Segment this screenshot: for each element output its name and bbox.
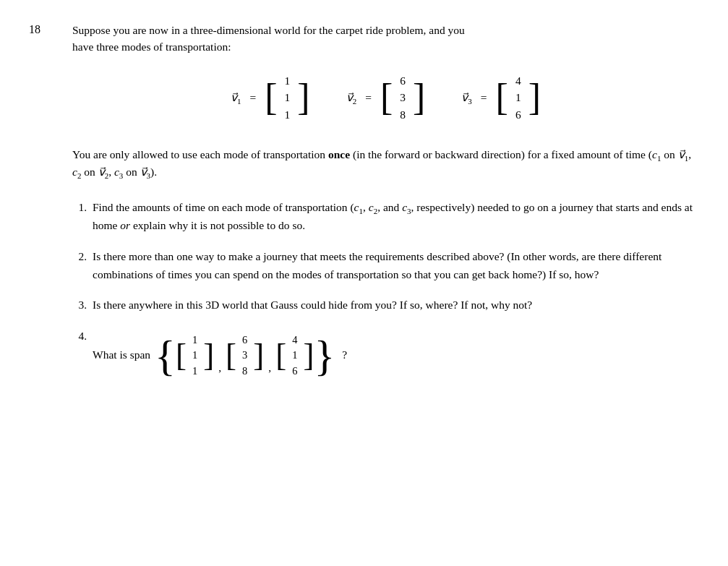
question4: 4. What is span { [ 1: [72, 327, 699, 380]
vector2-label: v⃗2: [346, 91, 357, 104]
problem-intro: Suppose you are now in a three-dimension…: [72, 22, 699, 56]
vector1-equals: =: [250, 91, 257, 104]
q4-set: { [ 1 1 1 ]: [155, 330, 335, 380]
vectors-display: v⃗1 = [ 1 1 1 ] v⃗2 =: [72, 70, 699, 126]
vector3-label: v⃗3: [461, 91, 472, 104]
v1-row2: 1: [285, 90, 291, 106]
close-curly: }: [314, 334, 335, 377]
vector2-expr: v⃗2 = [ 6 3 8 ]: [346, 70, 426, 126]
vector3-values: 4 1 6: [510, 70, 527, 126]
sm3-row2: 1: [292, 348, 297, 362]
vector3-equals: =: [481, 91, 487, 104]
set-matrix1: [ 1 1 1 ]: [176, 330, 214, 380]
vector3-expr: v⃗3 = [ 4 1 6 ]: [461, 70, 541, 126]
comma2: ,: [268, 359, 271, 380]
q1-text: Find the amounts of time on each mode of…: [93, 199, 699, 235]
vector2-equals: =: [365, 91, 372, 104]
problem-number: 18: [29, 22, 58, 393]
comma1: ,: [218, 359, 221, 380]
problem-content: Suppose you are now in a three-dimension…: [72, 22, 699, 393]
sm3-row1: 4: [292, 333, 297, 347]
vector2-matrix: [ 6 3 8 ]: [380, 70, 425, 126]
v2-row1: 6: [400, 73, 406, 89]
sm2-row2: 3: [242, 348, 247, 362]
sm1-bracket-left: [: [176, 339, 187, 372]
q2-text: Is there more than one way to make a jou…: [93, 248, 699, 284]
sm3-bracket-right: ]: [303, 339, 314, 372]
v3-row2: 1: [515, 90, 521, 106]
open-curly: {: [155, 334, 176, 377]
q4-question-mark: ?: [342, 346, 347, 364]
intro-line2: have three modes of transportation:: [72, 40, 231, 53]
q4-number: 4.: [72, 327, 87, 380]
q2-number: 2.: [72, 248, 87, 284]
vector1-values: 1 1 1: [279, 70, 296, 126]
page-container: 18 Suppose you are now in a three-dimens…: [29, 22, 699, 393]
questions-list: 1. Find the amounts of time on each mode…: [72, 199, 699, 380]
v3-row3: 6: [515, 107, 521, 123]
sm1-row3: 1: [192, 364, 197, 378]
vector1-label: v⃗1: [231, 91, 241, 104]
question3: 3. Is there anywhere in this 3D world th…: [72, 296, 699, 314]
q4-text: What is span { [ 1 1: [93, 327, 699, 380]
vector3-bracket-left: [: [496, 79, 508, 116]
vector1-bracket-left: [: [265, 79, 277, 116]
sm1-bracket-right: ]: [203, 339, 214, 372]
vector3-bracket-right: ]: [528, 79, 541, 116]
sm3-values: 4 1 6: [288, 330, 301, 380]
sm2-row3: 8: [242, 364, 247, 378]
v2-row3: 8: [400, 107, 406, 123]
v1-row1: 1: [285, 73, 291, 89]
q1-number: 1.: [72, 199, 87, 235]
vector1-expr: v⃗1 = [ 1 1 1 ]: [231, 70, 310, 126]
v3-row1: 4: [515, 73, 521, 89]
sm2-bracket-left: [: [226, 339, 236, 372]
q4-content: What is span { [ 1 1: [93, 330, 699, 380]
sm2-row1: 6: [242, 333, 247, 347]
sm2-bracket-right: ]: [253, 339, 264, 372]
set-matrix3: [ 4 1 6 ]: [275, 330, 314, 380]
q3-number: 3.: [72, 296, 87, 314]
sm1-row2: 1: [192, 348, 197, 362]
vector1-bracket-right: ]: [297, 79, 309, 116]
vector1-matrix: [ 1 1 1 ]: [265, 70, 309, 126]
vector3-matrix: [ 4 1 6 ]: [496, 70, 541, 126]
sm2-values: 6 3 8: [238, 330, 252, 380]
vector2-bracket-left: [: [380, 79, 393, 116]
q3-text: Is there anywhere in this 3D world that …: [93, 296, 699, 314]
question1: 1. Find the amounts of time on each mode…: [72, 199, 699, 235]
set-contents: [ 1 1 1 ] ,: [176, 330, 314, 380]
bold-once: once: [328, 148, 350, 160]
vector2-bracket-right: ]: [413, 79, 425, 116]
question2: 2. Is there more than one way to make a …: [72, 248, 699, 284]
q4-span-label: What is span: [93, 346, 150, 364]
v2-row2: 3: [400, 90, 406, 106]
description-text: You are only allowed to use each mode of…: [72, 146, 699, 182]
sm1-row1: 1: [192, 333, 197, 347]
vector2-values: 6 3 8: [394, 70, 411, 126]
sm3-bracket-left: [: [275, 339, 286, 372]
intro-line1: Suppose you are now in a three-dimension…: [72, 24, 465, 36]
sm1-values: 1 1 1: [188, 330, 202, 380]
sm3-row3: 6: [292, 364, 297, 378]
v1-row3: 1: [285, 107, 291, 123]
set-matrix2: [ 6 3 8 ]: [226, 330, 264, 380]
